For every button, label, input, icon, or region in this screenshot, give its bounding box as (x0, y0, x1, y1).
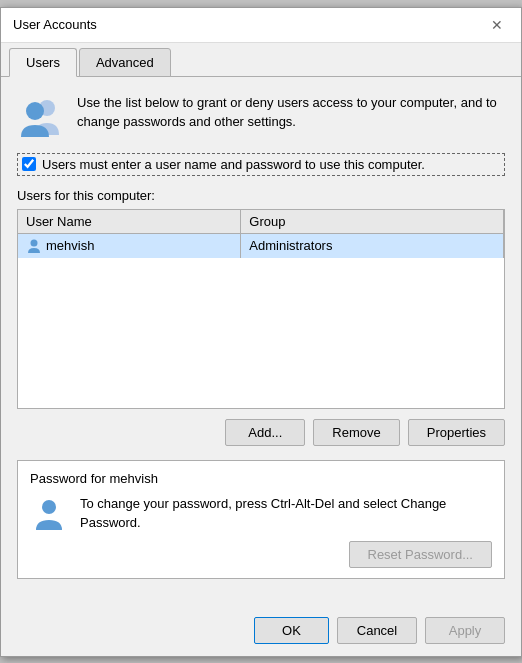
add-button[interactable]: Add... (225, 419, 305, 446)
users-icon (17, 93, 65, 141)
svg-point-3 (42, 500, 56, 514)
password-section-title: Password for mehvish (30, 471, 492, 486)
info-text: Use the list below to grant or deny user… (77, 93, 505, 132)
reset-password-row: Reset Password... (80, 541, 492, 568)
title-bar: User Accounts ✕ (1, 8, 521, 43)
apply-button[interactable]: Apply (425, 617, 505, 644)
footer-buttons: OK Cancel Apply (1, 609, 521, 656)
require-password-checkbox[interactable] (22, 157, 36, 171)
table-row[interactable]: mehvishAdministrators (18, 233, 504, 258)
col-username: User Name (18, 210, 241, 234)
tab-content: Use the list below to grant or deny user… (1, 77, 521, 609)
info-section: Use the list below to grant or deny user… (17, 93, 505, 141)
row-user-icon (26, 238, 46, 253)
require-password-row[interactable]: Users must enter a user name and passwor… (17, 153, 505, 176)
window-title: User Accounts (13, 17, 97, 32)
tab-users[interactable]: Users (9, 48, 77, 77)
cell-username: mehvish (18, 233, 241, 258)
ok-button[interactable]: OK (254, 617, 329, 644)
user-action-buttons: Add... Remove Properties (17, 419, 505, 446)
properties-button[interactable]: Properties (408, 419, 505, 446)
require-password-label[interactable]: Users must enter a user name and passwor… (42, 157, 425, 172)
user-accounts-window: User Accounts ✕ Users Advanced (0, 7, 522, 657)
users-section-label: Users for this computer: (17, 188, 505, 203)
password-inner: To change your password, press Ctrl-Alt-… (30, 494, 492, 568)
password-description: To change your password, press Ctrl-Alt-… (80, 494, 492, 533)
close-button[interactable]: ✕ (485, 13, 509, 37)
password-user-icon (30, 494, 70, 534)
remove-button[interactable]: Remove (313, 419, 399, 446)
cell-group: Administrators (241, 233, 504, 258)
users-table-container: User Name Group mehvishAdministrators (17, 209, 505, 409)
reset-password-button[interactable]: Reset Password... (349, 541, 493, 568)
table-header-row: User Name Group (18, 210, 504, 234)
tab-advanced[interactable]: Advanced (79, 48, 171, 77)
password-section: Password for mehvish To change your pass… (17, 460, 505, 579)
svg-point-1 (26, 102, 44, 120)
svg-point-2 (31, 240, 38, 247)
tab-bar: Users Advanced (1, 43, 521, 77)
col-group: Group (241, 210, 504, 234)
cancel-button[interactable]: Cancel (337, 617, 417, 644)
users-table: User Name Group mehvishAdministrators (18, 210, 504, 259)
